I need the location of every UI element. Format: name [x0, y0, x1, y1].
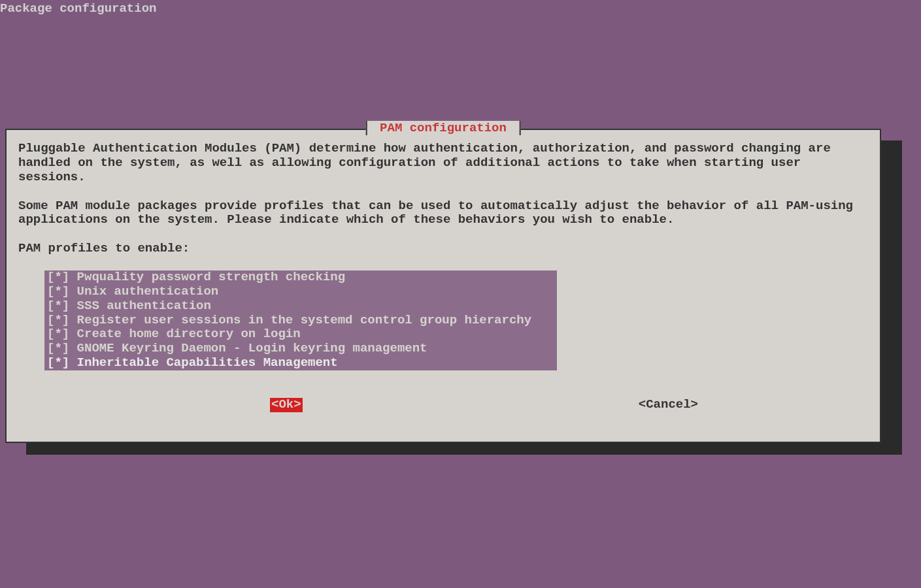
dialog-content: Pluggable Authentication Modules (PAM) d… [7, 130, 880, 412]
ok-button[interactable]: <Ok> [270, 398, 303, 412]
dialog-paragraph-2: Some PAM module packages provide profile… [18, 199, 868, 228]
option-label: Pwquality password strength checking [77, 270, 345, 284]
option-item-pwquality[interactable]: [*] Pwquality password strength checking [44, 270, 557, 285]
option-item-homedir[interactable]: [*] Create home directory on login [44, 327, 557, 342]
dialog-title: PAM configuration [366, 121, 521, 135]
option-item-sss[interactable]: [*] SSS authentication [44, 299, 557, 314]
option-item-gnome-keyring[interactable]: [*] GNOME Keyring Daemon - Login keyring… [44, 342, 557, 356]
cancel-button[interactable]: <Cancel> [639, 398, 698, 412]
page-header: Package configuration [0, 0, 921, 17]
option-item-capabilities[interactable]: [*] Inheritable Capabilities Management [44, 356, 557, 370]
option-label: GNOME Keyring Daemon - Login keyring man… [77, 341, 427, 355]
option-label: Unix authentication [77, 284, 219, 299]
dialog-paragraph-1: Pluggable Authentication Modules (PAM) d… [18, 142, 868, 185]
buttons-row: <Ok> <Cancel> [18, 398, 868, 412]
option-label: Inheritable Capabilities Management [77, 355, 338, 370]
dialog-prompt: PAM profiles to enable: [18, 242, 868, 256]
option-label: SSS authentication [77, 299, 211, 313]
option-item-unix[interactable]: [*] Unix authentication [44, 285, 557, 299]
options-list: [*] Pwquality password strength checking… [44, 270, 557, 370]
dialog: PAM configuration Pluggable Authenticati… [5, 129, 881, 443]
option-label: Register user sessions in the systemd co… [77, 313, 532, 327]
option-item-systemd[interactable]: [*] Register user sessions in the system… [44, 314, 557, 328]
option-label: Create home directory on login [77, 327, 301, 341]
